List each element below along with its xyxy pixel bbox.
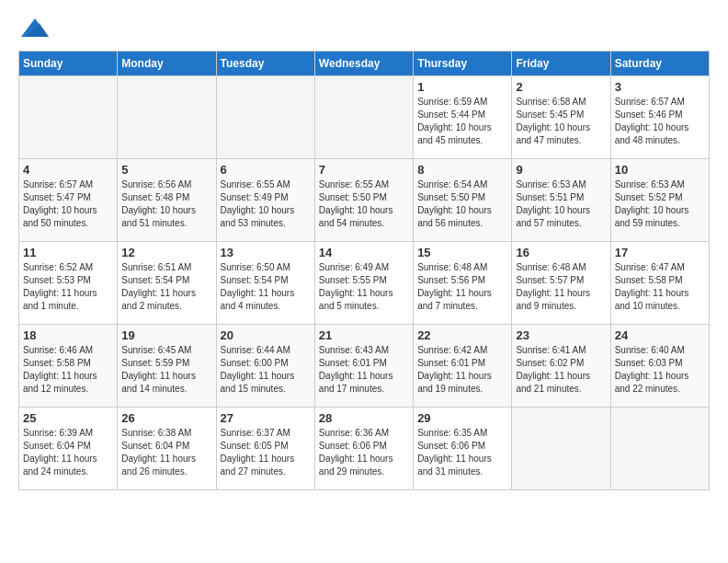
calendar-cell: 24Sunrise: 6:40 AM Sunset: 6:03 PM Dayli… [610,325,709,408]
day-number: 3 [615,80,705,94]
day-info: Sunrise: 6:42 AM Sunset: 6:01 PM Dayligh… [417,344,507,396]
day-number: 13 [221,246,311,259]
day-info: Sunrise: 6:55 AM Sunset: 5:49 PM Dayligh… [221,178,311,230]
day-number: 28 [319,411,409,425]
day-info: Sunrise: 6:59 AM Sunset: 5:44 PM Dayligh… [417,96,507,147]
day-number: 21 [319,328,409,342]
calendar-cell: 8Sunrise: 6:54 AM Sunset: 5:50 PM Daylig… [414,159,512,242]
day-number: 2 [516,80,606,94]
day-info: Sunrise: 6:54 AM Sunset: 5:50 PM Dayligh… [417,178,507,230]
day-number: 18 [23,328,113,342]
calendar-cell: 17Sunrise: 6:47 AM Sunset: 5:58 PM Dayli… [610,242,709,325]
day-number: 12 [121,246,211,259]
week-row-3: 11Sunrise: 6:52 AM Sunset: 5:53 PM Dayli… [19,242,710,325]
day-info: Sunrise: 6:41 AM Sunset: 6:02 PM Dayligh… [516,344,606,396]
week-row-2: 4Sunrise: 6:57 AM Sunset: 5:47 PM Daylig… [19,159,710,242]
day-number: 20 [221,328,311,342]
calendar-cell: 6Sunrise: 6:55 AM Sunset: 5:49 PM Daylig… [216,159,314,242]
day-info: Sunrise: 6:45 AM Sunset: 5:59 PM Dayligh… [121,344,211,396]
day-info: Sunrise: 6:57 AM Sunset: 5:46 PM Dayligh… [615,96,705,147]
day-number: 26 [121,411,211,425]
calendar-cell: 7Sunrise: 6:55 AM Sunset: 5:50 PM Daylig… [314,159,413,242]
day-number: 27 [221,411,311,425]
day-info: Sunrise: 6:52 AM Sunset: 5:53 PM Dayligh… [23,261,113,313]
calendar-cell [216,76,314,159]
calendar-cell: 2Sunrise: 6:58 AM Sunset: 5:45 PM Daylig… [512,76,610,159]
calendar-cell [118,76,216,159]
day-info: Sunrise: 6:47 AM Sunset: 5:58 PM Dayligh… [615,261,705,313]
day-info: Sunrise: 6:39 AM Sunset: 6:04 PM Dayligh… [23,427,113,478]
day-info: Sunrise: 6:58 AM Sunset: 5:45 PM Dayligh… [516,96,606,147]
calendar-cell: 9Sunrise: 6:53 AM Sunset: 5:51 PM Daylig… [512,159,610,242]
calendar-cell: 11Sunrise: 6:52 AM Sunset: 5:53 PM Dayli… [19,242,118,325]
logo-icon [21,18,49,37]
calendar-cell: 12Sunrise: 6:51 AM Sunset: 5:54 PM Dayli… [118,242,216,325]
day-number: 6 [221,163,311,177]
day-info: Sunrise: 6:46 AM Sunset: 5:58 PM Dayligh… [23,344,113,396]
calendar-cell: 4Sunrise: 6:57 AM Sunset: 5:47 PM Daylig… [19,159,118,242]
day-info: Sunrise: 6:36 AM Sunset: 6:06 PM Dayligh… [319,427,409,478]
calendar-cell: 19Sunrise: 6:45 AM Sunset: 5:59 PM Dayli… [118,325,216,408]
day-info: Sunrise: 6:53 AM Sunset: 5:51 PM Dayligh… [516,178,606,230]
calendar-cell [19,76,118,159]
calendar-cell: 10Sunrise: 6:53 AM Sunset: 5:52 PM Dayli… [610,159,709,242]
day-info: Sunrise: 6:56 AM Sunset: 5:48 PM Dayligh… [121,178,211,230]
day-number: 22 [417,328,507,342]
calendar-cell: 26Sunrise: 6:38 AM Sunset: 6:04 PM Dayli… [118,408,216,490]
header-row: SundayMondayTuesdayWednesdayThursdayFrid… [19,52,710,76]
day-info: Sunrise: 6:55 AM Sunset: 5:50 PM Dayligh… [319,178,409,230]
day-number: 15 [417,246,507,259]
calendar-cell: 18Sunrise: 6:46 AM Sunset: 5:58 PM Dayli… [19,325,118,408]
col-header-tuesday: Tuesday [216,52,314,76]
day-info: Sunrise: 6:40 AM Sunset: 6:03 PM Dayligh… [615,344,705,396]
day-info: Sunrise: 6:49 AM Sunset: 5:55 PM Dayligh… [319,261,409,313]
day-info: Sunrise: 6:37 AM Sunset: 6:05 PM Dayligh… [221,427,311,478]
day-number: 10 [615,163,705,177]
week-row-1: 1Sunrise: 6:59 AM Sunset: 5:44 PM Daylig… [19,76,710,159]
day-number: 11 [23,246,113,259]
calendar-cell: 23Sunrise: 6:41 AM Sunset: 6:02 PM Dayli… [512,325,610,408]
day-number: 4 [23,163,113,177]
day-info: Sunrise: 6:51 AM Sunset: 5:54 PM Dayligh… [121,261,211,313]
day-number: 25 [23,411,113,425]
col-header-friday: Friday [512,52,610,76]
calendar-cell: 14Sunrise: 6:49 AM Sunset: 5:55 PM Dayli… [314,242,413,325]
day-number: 9 [516,163,606,177]
week-row-5: 25Sunrise: 6:39 AM Sunset: 6:04 PM Dayli… [19,408,710,490]
logo [18,18,49,41]
day-info: Sunrise: 6:48 AM Sunset: 5:57 PM Dayligh… [516,261,606,313]
calendar-cell: 21Sunrise: 6:43 AM Sunset: 6:01 PM Dayli… [314,325,413,408]
calendar-cell: 20Sunrise: 6:44 AM Sunset: 6:00 PM Dayli… [216,325,314,408]
day-number: 16 [516,246,606,259]
day-number: 23 [516,328,606,342]
col-header-saturday: Saturday [610,52,709,76]
calendar-cell: 16Sunrise: 6:48 AM Sunset: 5:57 PM Dayli… [512,242,610,325]
calendar-cell: 5Sunrise: 6:56 AM Sunset: 5:48 PM Daylig… [118,159,216,242]
day-number: 17 [615,246,705,259]
col-header-monday: Monday [118,52,216,76]
col-header-sunday: Sunday [19,52,118,76]
day-info: Sunrise: 6:50 AM Sunset: 5:54 PM Dayligh… [221,261,311,313]
calendar-cell: 15Sunrise: 6:48 AM Sunset: 5:56 PM Dayli… [414,242,512,325]
calendar-cell [610,408,709,490]
col-header-wednesday: Wednesday [314,52,413,76]
day-info: Sunrise: 6:35 AM Sunset: 6:06 PM Dayligh… [417,427,507,478]
calendar-cell [512,408,610,490]
calendar-cell: 28Sunrise: 6:36 AM Sunset: 6:06 PM Dayli… [314,408,413,490]
header-area [18,18,710,41]
day-number: 1 [417,80,507,94]
day-info: Sunrise: 6:44 AM Sunset: 6:00 PM Dayligh… [221,344,311,396]
calendar-table: SundayMondayTuesdayWednesdayThursdayFrid… [18,51,710,490]
calendar-cell: 27Sunrise: 6:37 AM Sunset: 6:05 PM Dayli… [216,408,314,490]
calendar-cell: 25Sunrise: 6:39 AM Sunset: 6:04 PM Dayli… [19,408,118,490]
day-number: 14 [319,246,409,259]
day-number: 8 [417,163,507,177]
day-info: Sunrise: 6:48 AM Sunset: 5:56 PM Dayligh… [417,261,507,313]
calendar-cell: 13Sunrise: 6:50 AM Sunset: 5:54 PM Dayli… [216,242,314,325]
calendar-cell: 1Sunrise: 6:59 AM Sunset: 5:44 PM Daylig… [414,76,512,159]
day-info: Sunrise: 6:57 AM Sunset: 5:47 PM Dayligh… [23,178,113,230]
calendar-cell: 22Sunrise: 6:42 AM Sunset: 6:01 PM Dayli… [414,325,512,408]
calendar-cell: 29Sunrise: 6:35 AM Sunset: 6:06 PM Dayli… [414,408,512,490]
day-number: 5 [121,163,211,177]
day-number: 7 [319,163,409,177]
